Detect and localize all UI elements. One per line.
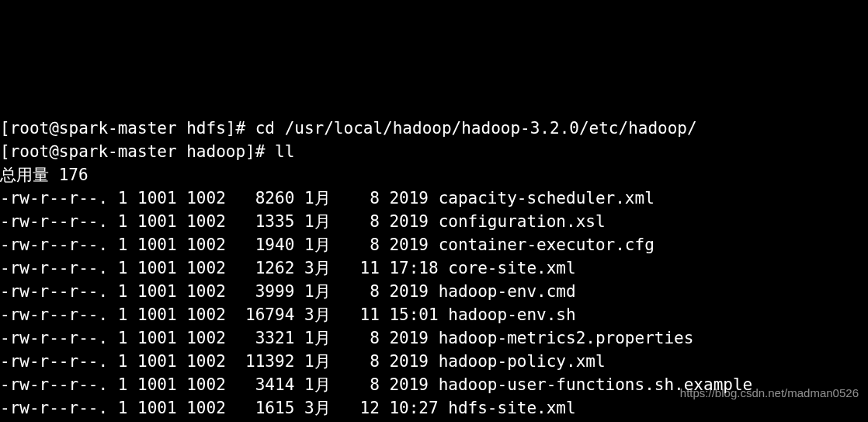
total-line: 总用量 176 bbox=[0, 166, 89, 184]
watermark: https://blog.csdn.net/madman0526 bbox=[680, 382, 859, 405]
prompt-line: [root@spark-master hdfs]# cd /usr/local/… bbox=[0, 119, 697, 138]
prompt-line: [root@spark-master hadoop]# ll bbox=[0, 142, 294, 161]
terminal-output: drwxr-xr-x. 1 root root 57 3月 11 10:32 t… bbox=[0, 93, 868, 422]
